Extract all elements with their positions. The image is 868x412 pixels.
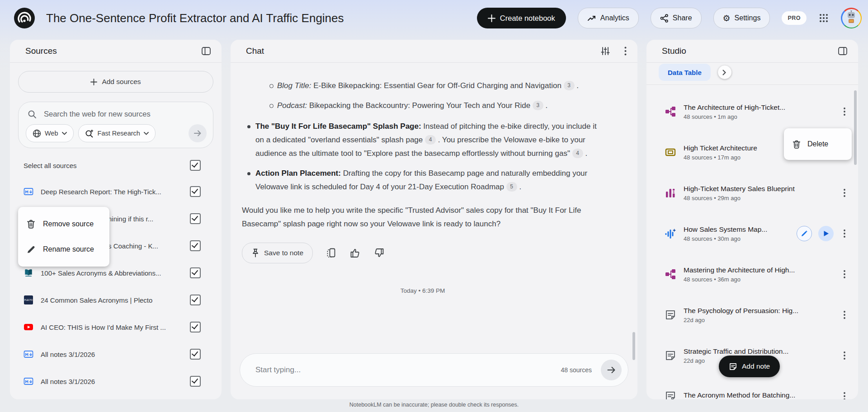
thumbs-up-icon[interactable] bbox=[350, 248, 360, 258]
more-options-icon[interactable] bbox=[839, 108, 850, 116]
select-all-checkbox[interactable] bbox=[190, 160, 201, 171]
citation-chip[interactable]: 5 bbox=[506, 182, 517, 192]
bar-chart-icon bbox=[665, 187, 676, 199]
source-checkbox[interactable] bbox=[190, 267, 201, 278]
thumbs-down-icon[interactable] bbox=[374, 248, 384, 258]
create-notebook-button[interactable]: Create notebook bbox=[477, 8, 566, 28]
search-input[interactable] bbox=[43, 109, 194, 119]
more-options-icon[interactable] bbox=[839, 351, 850, 360]
chat-timestamp: Today • 6:39 PM bbox=[242, 284, 604, 298]
more-options-icon[interactable] bbox=[839, 189, 850, 197]
youtube-icon bbox=[24, 322, 33, 332]
source-row[interactable]: AI CEO: THIS is How I'd Make My First ..… bbox=[10, 314, 222, 341]
studio-item[interactable]: The Architecture of High-Ticket...48 sou… bbox=[646, 91, 858, 132]
user-avatar[interactable] bbox=[841, 8, 862, 28]
trash-icon bbox=[26, 219, 36, 229]
studio-scrollbar[interactable] bbox=[854, 90, 857, 165]
share-icon bbox=[660, 14, 669, 23]
message-actions-row: Save to note bbox=[242, 243, 604, 263]
avatar-robot-image bbox=[842, 9, 861, 28]
pro-badge: PRO bbox=[782, 11, 807, 25]
research-sparkle-search-icon bbox=[85, 129, 94, 138]
send-button[interactable] bbox=[601, 360, 622, 380]
apps-grid-icon[interactable] bbox=[818, 13, 829, 23]
chat-more-options-icon[interactable] bbox=[624, 47, 627, 56]
search-row bbox=[26, 108, 207, 124]
pencil-icon bbox=[26, 245, 36, 254]
studio-item[interactable]: The Psychology of Persuasion: Hig...22d … bbox=[646, 295, 858, 335]
source-checkbox[interactable] bbox=[190, 295, 201, 305]
plecto-favicon: PLECTO bbox=[24, 295, 33, 305]
analytics-button[interactable]: Analytics bbox=[578, 8, 639, 28]
trash-icon bbox=[792, 140, 801, 149]
citation-chip[interactable]: 4 bbox=[425, 135, 436, 145]
web-search-box: Web Fast Research bbox=[18, 102, 213, 148]
markdown-file-icon bbox=[24, 376, 33, 386]
chat-sub-bullet: Podcast: Bikepacking the Backcountry: Po… bbox=[242, 99, 604, 112]
citation-chip[interactable]: 4 bbox=[572, 149, 583, 158]
chat-input[interactable] bbox=[255, 365, 561, 375]
trending-up-icon bbox=[587, 14, 596, 23]
collapse-panel-icon[interactable] bbox=[202, 47, 211, 55]
source-row[interactable]: PLECTO 24 Common Sales Acronyms | Plecto bbox=[10, 286, 222, 314]
search-icon bbox=[28, 110, 37, 119]
source-checkbox[interactable] bbox=[190, 240, 201, 251]
studio-item[interactable]: How Sales Systems Map...48 sources • 30m… bbox=[646, 213, 858, 254]
source-checkbox[interactable] bbox=[190, 349, 201, 360]
chat-message: Blog Title: E-Bike Bikepacking: Essentia… bbox=[231, 63, 637, 298]
studio-item[interactable]: High-Ticket Mastery Sales Blueprint48 so… bbox=[646, 173, 858, 213]
disclaimer-text: NotebookLM can be inaccurate; please dou… bbox=[231, 402, 637, 408]
web-source-dropdown[interactable]: Web bbox=[26, 124, 74, 142]
studio-item[interactable]: The Acronym Method for Batching... bbox=[646, 376, 858, 399]
share-button[interactable]: Share bbox=[651, 8, 702, 28]
source-row[interactable]: All notes 3/1/2026 bbox=[10, 341, 222, 368]
settings-button[interactable]: ⚙ Settings bbox=[713, 8, 770, 28]
interactive-mode-button[interactable] bbox=[797, 226, 812, 241]
select-all-row: Select all sources bbox=[10, 157, 222, 173]
chip-next-button[interactable] bbox=[718, 66, 731, 79]
more-options-icon[interactable] bbox=[839, 229, 850, 238]
chat-settings-tune-icon[interactable] bbox=[601, 47, 610, 56]
notebooklm-logo-icon[interactable] bbox=[14, 7, 35, 29]
rename-source-menu-item[interactable]: Rename source bbox=[18, 237, 109, 262]
more-options-icon[interactable] bbox=[839, 270, 850, 278]
add-note-icon bbox=[729, 362, 737, 371]
chat-sub-bullet: Blog Title: E-Bike Bikepacking: Essentia… bbox=[242, 79, 604, 93]
globe-icon bbox=[33, 129, 41, 138]
source-checkbox[interactable] bbox=[190, 376, 201, 387]
collapse-panel-icon[interactable] bbox=[838, 47, 847, 55]
source-row[interactable]: Deep Research Report: The High-Tick... bbox=[10, 178, 222, 205]
chat-scrollbar[interactable] bbox=[632, 332, 635, 360]
more-options-icon[interactable] bbox=[839, 311, 850, 319]
citation-chip[interactable]: 3 bbox=[533, 101, 543, 110]
source-count-label: 48 sources bbox=[561, 366, 592, 374]
studio-item[interactable]: Mastering the Architecture of High...48 … bbox=[646, 254, 858, 295]
remove-source-menu-item[interactable]: Remove source bbox=[18, 211, 109, 237]
studio-chip-strip: Data Table bbox=[646, 63, 858, 85]
table-icon bbox=[665, 146, 676, 158]
research-mode-dropdown[interactable]: Fast Research bbox=[78, 124, 156, 142]
play-button[interactable] bbox=[818, 226, 834, 241]
source-checkbox[interactable] bbox=[190, 186, 201, 197]
sources-panel-title: Sources bbox=[25, 46, 57, 56]
search-submit-button[interactable] bbox=[189, 124, 207, 142]
note-icon bbox=[665, 350, 676, 361]
add-note-button[interactable]: Add note bbox=[719, 356, 780, 377]
flowchart-icon bbox=[665, 106, 676, 117]
sources-panel-header: Sources bbox=[10, 40, 222, 63]
book-favicon bbox=[24, 268, 33, 278]
citation-chip[interactable]: 3 bbox=[564, 81, 575, 90]
add-sources-button[interactable]: Add sources bbox=[18, 71, 213, 93]
delete-menu-item[interactable]: Delete bbox=[784, 128, 852, 160]
copy-icon[interactable] bbox=[326, 248, 336, 258]
data-table-chip[interactable]: Data Table bbox=[659, 64, 711, 81]
chat-input-bar: 48 sources bbox=[240, 353, 628, 387]
chat-bullet: The "Buy It For Life Basecamp" Splash Pa… bbox=[242, 120, 604, 160]
source-checkbox[interactable] bbox=[190, 322, 201, 332]
hollow-bullet-marker bbox=[269, 104, 274, 108]
save-to-note-button[interactable]: Save to note bbox=[242, 243, 313, 263]
notebook-title[interactable]: The One-Sentence Profit Extractor and AI… bbox=[46, 11, 344, 25]
source-row[interactable]: All notes 3/1/2026 bbox=[10, 368, 222, 395]
source-checkbox[interactable] bbox=[190, 213, 201, 224]
more-options-icon[interactable] bbox=[839, 392, 850, 399]
